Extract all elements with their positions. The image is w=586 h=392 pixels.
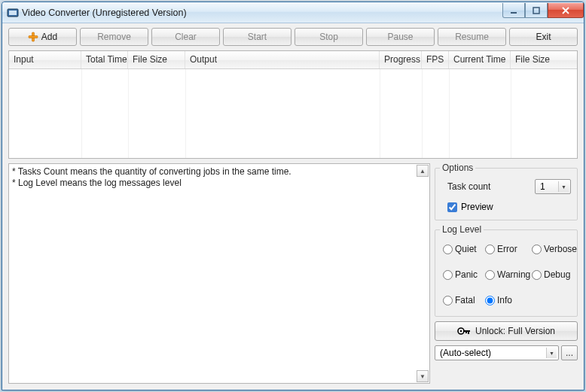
svg-point-7 (460, 330, 462, 332)
col-filesize[interactable]: File Size (128, 51, 185, 68)
radio-warning[interactable]: Warning (485, 269, 532, 280)
col-progress[interactable]: Progress (380, 51, 422, 68)
table-header: Input Total Time File Size Output Progre… (9, 51, 577, 69)
chevron-down-icon: ▼ (558, 181, 569, 192)
log-text: * Tasks Count means the quantity of conv… (12, 166, 426, 189)
scroll-up[interactable]: ▲ (417, 165, 429, 177)
svg-rect-9 (468, 330, 469, 334)
svg-rect-1 (9, 11, 17, 15)
maximize-button[interactable] (525, 3, 548, 18)
app-window: Video Converter (Unregistered Version) A… (2, 2, 584, 390)
auto-select-dropdown[interactable]: (Auto-select) ▼ (435, 345, 559, 360)
content-area: Add Remove Clear Start Stop Pause Resume… (2, 23, 584, 390)
col-fps[interactable]: FPS (422, 51, 449, 68)
key-icon (457, 326, 471, 336)
scroll-down[interactable]: ▼ (417, 370, 429, 382)
col-input[interactable]: Input (9, 51, 81, 68)
start-button[interactable]: Start (223, 28, 291, 46)
side-panel: Options Task count 1 ▼ Preview (435, 163, 578, 384)
window-title: Video Converter (Unregistered Version) (22, 8, 187, 18)
svg-rect-5 (29, 36, 38, 38)
window-controls (502, 3, 584, 18)
col-currenttime[interactable]: Current Time (449, 51, 511, 68)
loglevel-legend: Log Level (440, 224, 484, 235)
resume-button[interactable]: Resume (438, 28, 506, 46)
loglevel-group: Log Level Quiet Error Verbose Panic Warn… (435, 229, 578, 317)
close-button[interactable] (548, 3, 584, 18)
task-count-label: Task count (447, 181, 490, 192)
plus-icon (28, 32, 38, 42)
bottom-row: * Tasks Count means the quantity of conv… (8, 163, 578, 384)
task-table[interactable]: Input Total Time File Size Output Progre… (8, 50, 578, 159)
radio-verbose[interactable]: Verbose (532, 244, 574, 254)
pause-button[interactable]: Pause (366, 28, 435, 46)
svg-rect-3 (533, 8, 539, 14)
preview-label: Preview (461, 202, 493, 212)
add-button[interactable]: Add (8, 28, 77, 46)
radio-panic[interactable]: Panic (443, 269, 485, 280)
remove-button[interactable]: Remove (80, 28, 148, 46)
toolbar: Add Remove Clear Start Stop Pause Resume… (8, 28, 578, 46)
options-group: Options Task count 1 ▼ Preview (435, 168, 578, 220)
titlebar[interactable]: Video Converter (Unregistered Version) (2, 2, 584, 23)
options-legend: Options (440, 163, 475, 173)
radio-info[interactable]: Info (485, 295, 532, 305)
exit-button[interactable]: Exit (509, 28, 578, 46)
add-label: Add (41, 32, 57, 42)
clear-button[interactable]: Clear (151, 28, 220, 46)
chevron-down-icon: ▼ (546, 348, 557, 358)
radio-quiet[interactable]: Quiet (443, 244, 485, 254)
auto-select-row: (Auto-select) ▼ ... (435, 345, 578, 360)
minimize-button[interactable] (502, 3, 525, 18)
col-filesize2[interactable]: File Size (511, 51, 577, 68)
svg-rect-10 (465, 330, 467, 333)
col-totaltime[interactable]: Total Time (81, 51, 128, 68)
preview-checkbox[interactable] (447, 202, 457, 212)
col-output[interactable]: Output (185, 51, 380, 68)
log-pane[interactable]: * Tasks Count means the quantity of conv… (8, 163, 430, 384)
task-count-select[interactable]: 1 ▼ (535, 179, 571, 194)
browse-button[interactable]: ... (561, 345, 578, 360)
radio-error[interactable]: Error (485, 244, 532, 254)
radio-fatal[interactable]: Fatal (443, 295, 485, 305)
table-body (9, 69, 577, 158)
radio-debug[interactable]: Debug (532, 269, 574, 280)
unlock-button[interactable]: Unlock: Full Version (435, 321, 578, 341)
svg-rect-2 (511, 12, 517, 14)
stop-button[interactable]: Stop (295, 28, 363, 46)
app-icon (7, 7, 19, 19)
